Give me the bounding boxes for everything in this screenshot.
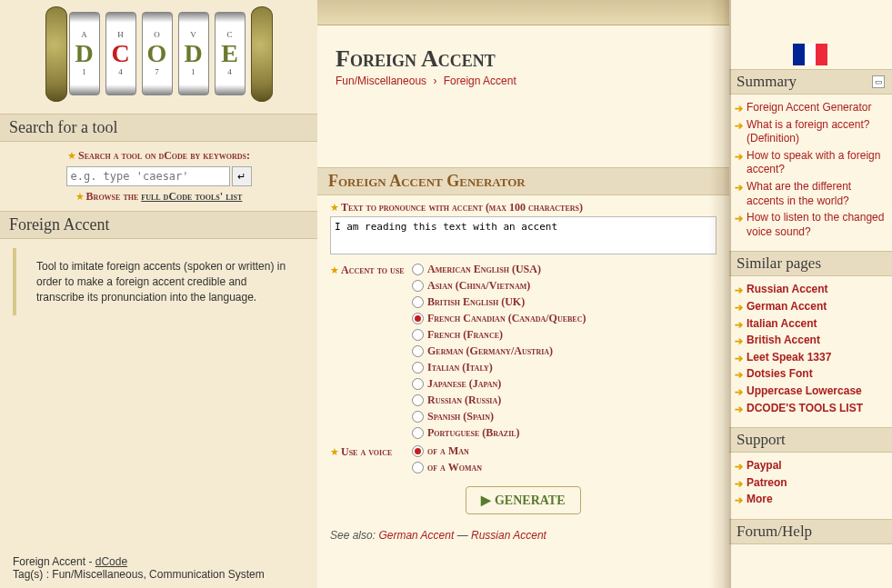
text-field-label: Text to pronounce with accent (max 100 c… [341, 201, 583, 214]
arrow-icon: ➔ [735, 368, 743, 381]
accent-radio[interactable] [412, 345, 424, 357]
voice-field-label: Use a voice [341, 445, 392, 458]
arrow-icon: ➔ [735, 403, 743, 415]
arrow-icon: ➔ [735, 460, 743, 473]
accent-radio[interactable] [412, 411, 424, 423]
accent-option-label[interactable]: French (France) [427, 328, 503, 342]
voice-option-label[interactable]: of a Woman [427, 461, 482, 474]
foreign-accent-heading: Foreign Accent [0, 211, 317, 239]
see-also-link[interactable]: German Accent [378, 529, 454, 542]
arrow-icon: ➔ [735, 181, 743, 194]
paper-top-edge [317, 0, 729, 25]
accent-option-label[interactable]: French Canadian (Canada/Quebec) [427, 312, 586, 325]
arrow-icon: ➔ [735, 212, 743, 224]
breadcrumb-current[interactable]: Foreign Accent [444, 75, 516, 87]
sidebar-link[interactable]: How to listen to the changed voice sound… [747, 211, 887, 239]
summary-heading: Summary [737, 73, 797, 91]
accent-option-label[interactable]: Portuguese (Brazil) [427, 426, 520, 440]
accent-radio[interactable] [412, 394, 424, 406]
star-icon: ★ [330, 264, 339, 275]
sidebar-link[interactable]: Foreign Accent Generator [747, 101, 871, 115]
sidebar-link[interactable]: Dotsies Font [747, 367, 813, 382]
search-label: Search a tool on dCode by keywords: [78, 149, 250, 162]
breadcrumb-category[interactable]: Fun/Miscellaneous [336, 75, 426, 87]
text-input[interactable] [330, 216, 717, 254]
sidebar-link[interactable]: Uppercase Lowercase [747, 384, 862, 399]
tool-description: Tool to imitate foreign accents (spoken … [13, 248, 305, 315]
similar-heading: Similar pages [737, 254, 821, 273]
accent-option-label[interactable]: Japanese (Japan) [427, 377, 501, 391]
star-icon: ★ [330, 446, 339, 457]
support-heading: Support [737, 431, 786, 449]
sidebar-link[interactable]: Paypal [747, 459, 782, 473]
sidebar-link[interactable]: Patreon [747, 476, 787, 491]
arrow-icon: ➔ [735, 150, 743, 163]
forum-heading: Forum/Help [737, 523, 812, 541]
accent-radio[interactable] [412, 313, 424, 324]
star-icon: ★ [330, 202, 339, 213]
accent-option-label[interactable]: Italian (Italy) [427, 361, 493, 374]
arrow-icon: ➔ [735, 301, 743, 314]
accent-option-label[interactable]: German (Germany/Austria) [427, 344, 553, 358]
collapse-icon[interactable]: ▭ [872, 75, 885, 88]
arrow-icon: ➔ [735, 119, 743, 132]
arrow-icon: ➔ [735, 352, 743, 364]
footer-tool-name: Foreign Accent - [13, 555, 95, 568]
arrow-icon: ➔ [735, 318, 743, 331]
search-button[interactable]: ↵ [232, 166, 252, 186]
accent-option-label[interactable]: American English (USA) [427, 263, 541, 276]
footer-tags: Tag(s) : Fun/Miscellaneous, Communicatio… [13, 568, 305, 581]
accent-radio[interactable] [412, 427, 424, 439]
see-also-label: See also: [330, 529, 378, 542]
right-column: Summary▭ ➔Foreign Accent Generator➔What … [729, 0, 892, 588]
star-icon: ★ [67, 150, 76, 161]
see-also-link[interactable]: Russian Accent [471, 529, 546, 542]
search-heading: Search for a tool [0, 114, 317, 142]
accent-option-label[interactable]: Spanish (Spain) [427, 410, 494, 424]
accent-option-label[interactable]: Russian (Russia) [427, 394, 501, 407]
accent-field-label: Accent to use [341, 264, 405, 276]
accent-radio[interactable] [412, 329, 424, 341]
sidebar-link[interactable]: Russian Accent [747, 283, 828, 297]
voice-radio[interactable] [412, 445, 424, 457]
search-input[interactable] [66, 166, 230, 186]
arrow-icon: ➔ [735, 385, 743, 398]
france-flag-icon[interactable] [793, 44, 827, 65]
accent-radio[interactable] [412, 296, 424, 308]
arrow-icon: ➔ [735, 284, 743, 296]
page-title: Foreign Accent [317, 25, 729, 75]
breadcrumb: Fun/Miscellaneous › Foreign Accent [317, 75, 729, 95]
sidebar-link[interactable]: DCODE'S TOOLS LIST [747, 402, 863, 416]
accent-radio[interactable] [412, 280, 424, 292]
footer-dcode-link[interactable]: dCode [95, 555, 127, 568]
accent-option-label[interactable]: Asian (China/Vietnam) [427, 279, 530, 293]
chevron-right-icon: › [433, 75, 436, 87]
logo[interactable]: AD1HC4OO7VD1CE4 [0, 0, 317, 114]
sidebar-link[interactable]: Leet Speak 1337 [747, 351, 831, 365]
sidebar-link[interactable]: How to speak with a foreign accent? [747, 149, 887, 177]
star-icon: ★ [75, 191, 85, 202]
arrow-icon: ➔ [735, 102, 743, 115]
main-column: Foreign Accent Fun/Miscellaneous › Forei… [317, 0, 729, 588]
sidebar-link[interactable]: More [747, 493, 773, 507]
sidebar-link[interactable]: What are the different accents in the wo… [747, 180, 887, 208]
arrow-icon: ➔ [735, 477, 743, 490]
browse-link[interactable]: full dCode tools' list [141, 190, 242, 203]
accent-option-label[interactable]: British English (UK) [427, 295, 525, 309]
sidebar-link[interactable]: Italian Accent [747, 317, 817, 332]
voice-option-label[interactable]: of a Man [427, 444, 469, 458]
sidebar-link[interactable]: German Accent [747, 300, 827, 314]
browse-label: Browse the [86, 190, 142, 203]
generate-button[interactable]: GENERATE [466, 486, 580, 514]
left-column: AD1HC4OO7VD1CE4 Search for a tool ★Searc… [0, 0, 317, 588]
sidebar-link[interactable]: British Accent [747, 334, 820, 348]
sidebar-link[interactable]: What is a foreign accent? (Definition) [747, 118, 887, 146]
generator-heading: Foreign Accent Generator [317, 167, 729, 195]
voice-radio[interactable] [412, 462, 424, 473]
arrow-icon: ➔ [735, 493, 743, 506]
accent-radio[interactable] [412, 264, 424, 275]
accent-radio[interactable] [412, 378, 424, 390]
arrow-icon: ➔ [735, 334, 743, 347]
accent-radio[interactable] [412, 362, 424, 374]
